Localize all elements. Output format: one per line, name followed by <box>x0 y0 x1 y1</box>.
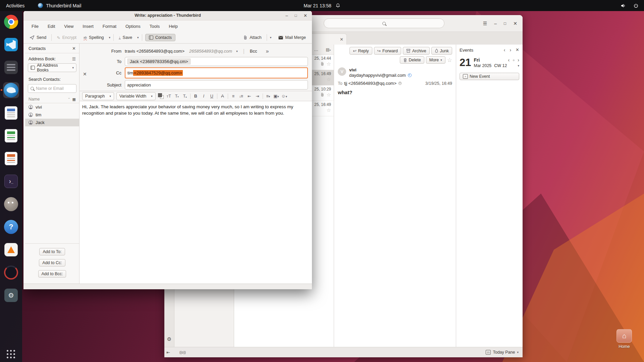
menu-help[interactable]: Help <box>169 24 178 29</box>
menu-file[interactable]: File <box>32 24 39 29</box>
dock-thunderbird-icon[interactable] <box>3 82 19 98</box>
message-body-editor[interactable]: Hi, Jack. The leaders appreciate your be… <box>79 101 312 284</box>
contacts-sidebar-close-icon[interactable]: ✕ <box>72 46 76 51</box>
delete-button[interactable]: Delete <box>400 56 424 64</box>
tab-close-icon[interactable]: ✕ <box>340 37 343 42</box>
sender-email[interactable]: daydayhappyvivi@gmail.com <box>349 73 406 78</box>
remove-formatting-icon[interactable]: A <box>220 94 225 99</box>
junk-button[interactable]: Junk <box>431 47 452 55</box>
address-book-select[interactable]: All Address Books ▾ <box>28 63 76 72</box>
today-pane-toggle[interactable]: Today Pane <box>493 350 515 355</box>
remove-cc-row-icon[interactable]: ✕ <box>83 71 87 77</box>
maximize-button[interactable]: □ <box>504 21 506 26</box>
reply-button[interactable]: ↩Reply <box>350 47 372 55</box>
mail-merge-button[interactable]: Mail Merge <box>276 34 308 41</box>
close-button[interactable]: ✕ <box>304 13 307 18</box>
contact-row-tim[interactable]: tim <box>25 111 79 119</box>
star-icon[interactable]: ☆ <box>327 92 331 97</box>
save-dropdown-icon[interactable]: ▾ <box>137 36 139 39</box>
dock-vscode-icon[interactable] <box>3 37 19 53</box>
insert-smiley-icon[interactable]: ☺▾ <box>281 94 287 99</box>
italic-icon[interactable]: I <box>201 94 207 99</box>
cc-field[interactable]: tim<2893847529@qq.com> <box>125 67 308 78</box>
contacts-search-input[interactable] <box>36 86 74 91</box>
compose-titlebar[interactable]: Write: appreciation - Thunderbird – □ ✕ <box>23 10 312 20</box>
spelling-dropdown-icon[interactable]: ▾ <box>109 36 111 39</box>
dock-terminal-icon[interactable]: ❯_ <box>3 173 19 189</box>
collapse-pane-icon[interactable]: ⇤ <box>166 350 170 355</box>
menu-insert[interactable]: Insert <box>83 24 94 29</box>
events-close-icon[interactable]: ✕ <box>516 47 519 53</box>
bold-icon[interactable]: B <box>193 94 199 99</box>
bcc-toggle[interactable]: Bcc <box>250 49 257 54</box>
font-select[interactable]: Variable Width▾ <box>116 92 156 100</box>
dock-help-icon[interactable]: ? <box>3 219 19 235</box>
star-icon[interactable]: ☆ <box>327 108 331 113</box>
focused-app-menu[interactable]: Thunderbird Mail <box>38 3 81 8</box>
cal-today-icon[interactable]: ○ <box>513 58 515 62</box>
underline-icon[interactable]: U <box>209 94 215 99</box>
maximize-button[interactable]: □ <box>294 13 297 17</box>
contacts-search-field[interactable] <box>28 84 76 93</box>
star-icon[interactable]: ☆ <box>327 77 331 82</box>
dock-gimp-icon[interactable] <box>3 196 19 212</box>
contacts-toggle-button[interactable]: Contacts <box>145 34 175 41</box>
text-color-picker[interactable] <box>158 93 164 99</box>
contact-row-vivi[interactable]: vivi <box>25 103 79 111</box>
minimize-button[interactable]: – <box>285 13 288 18</box>
from-identity[interactable]: travis <2658564893@qq.com> <box>125 49 184 54</box>
add-to-to-button[interactable]: Add to To: <box>39 248 65 255</box>
more-recipients-icon[interactable]: » <box>266 48 269 54</box>
close-button[interactable]: ✕ <box>513 21 517 26</box>
new-event-button[interactable]: + New Event <box>460 73 519 80</box>
attach-button[interactable]: Attach <box>241 34 263 41</box>
today-pane-chevron-icon[interactable]: ▾ <box>517 351 519 354</box>
encrypt-button[interactable]: ✎ Encrypt <box>55 34 78 42</box>
forward-button[interactable]: ↪Forward <box>374 47 401 55</box>
sort-ascending-icon[interactable]: ⌃ <box>68 98 70 101</box>
outdent-icon[interactable]: ⇤ <box>247 94 252 99</box>
cal-prev-icon[interactable]: ‹ <box>508 57 510 63</box>
bullet-list-icon[interactable]: ≡ <box>230 94 236 99</box>
menu-edit[interactable]: Edit <box>48 24 55 29</box>
settings-gear-icon[interactable]: ⚙ <box>167 336 171 342</box>
home-shortcut[interactable]: ⌂ Home <box>614 329 634 349</box>
events-prev-icon[interactable]: ‹ <box>504 47 505 53</box>
save-button[interactable]: ↓ Save <box>117 34 134 41</box>
clock-menu[interactable]: Mar 21 13:58 <box>0 3 644 8</box>
dock-writer-icon[interactable] <box>3 105 19 121</box>
indent-icon[interactable]: ⇥ <box>255 94 260 99</box>
to-field[interactable]: Jack <23689783356@qq.cm> <box>125 57 308 66</box>
chat-status-icon[interactable]: ((o)) <box>179 351 186 354</box>
dock-files-icon[interactable] <box>3 59 19 75</box>
more-button[interactable]: More▾ <box>426 56 445 64</box>
cal-collapse-icon[interactable]: ▾ <box>518 64 519 67</box>
activities-button[interactable]: Activities <box>6 3 24 8</box>
star-message-icon[interactable]: ☆ <box>447 57 452 63</box>
dock-app-icon[interactable] <box>3 264 19 281</box>
minimize-button[interactable]: – <box>494 21 497 26</box>
alignment-icon[interactable]: ≡▾ <box>265 94 271 99</box>
insert-image-icon[interactable]: ▣▾ <box>273 94 279 99</box>
address-book-badge-icon[interactable] <box>408 73 412 77</box>
send-button[interactable]: Send <box>28 34 48 41</box>
cal-next-icon[interactable]: › <box>518 57 519 63</box>
add-to-cc-button[interactable]: Add to Cc: <box>39 259 65 266</box>
to-recipient-pill[interactable]: Jack <23689783356@qq.cm> <box>127 58 191 65</box>
menu-view[interactable]: View <box>64 24 73 29</box>
attach-dropdown-icon[interactable]: ▾ <box>270 36 272 39</box>
increase-font-icon[interactable]: T▴ <box>182 94 188 99</box>
list-options-icon[interactable]: ▤▾ <box>326 47 331 52</box>
decrease-font-icon[interactable]: T▾ <box>174 94 180 99</box>
dock-software-icon[interactable]: ⚙ <box>3 287 19 303</box>
events-next-icon[interactable]: › <box>509 47 511 53</box>
to-recipient[interactable]: tjj <2658564893@qq.com> <box>344 81 396 86</box>
add-to-bcc-button[interactable]: Add to Bcc: <box>38 270 66 278</box>
address-book-menu-icon[interactable]: ☰ <box>72 56 76 61</box>
menu-tools[interactable]: Tools <box>150 24 160 29</box>
font-size-icon[interactable]: TT <box>166 94 172 99</box>
system-status-area[interactable] <box>621 3 644 8</box>
menu-options[interactable]: Options <box>125 24 141 29</box>
recipient-badge-icon[interactable] <box>398 82 401 85</box>
dock-chrome-icon[interactable] <box>3 14 19 30</box>
